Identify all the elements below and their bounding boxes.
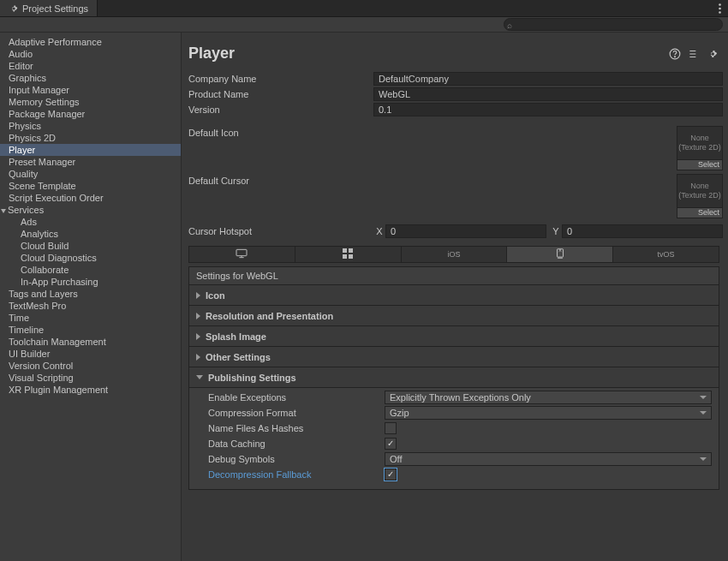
sidebar-item-physics-2d[interactable]: Physics 2D <box>0 132 181 144</box>
decompression-fallback-checkbox[interactable] <box>385 468 397 480</box>
platform-tab-tvos[interactable]: tvOS <box>612 246 719 263</box>
sidebar-item-scene-template[interactable]: Scene Template <box>0 180 181 192</box>
sidebar-item-script-execution-order[interactable]: Script Execution Order <box>0 192 181 204</box>
setting-row-debug-symbols: Debug SymbolsOff <box>189 451 719 467</box>
dropdown-value: Gzip <box>390 408 409 418</box>
sidebar-item-physics[interactable]: Physics <box>0 120 181 132</box>
platform-tab-webgl[interactable] <box>506 246 612 263</box>
foldout-publishing-settings[interactable]: Publishing Settings <box>189 367 719 387</box>
sidebar-item-textmesh-pro[interactable]: TextMesh Pro <box>0 300 181 312</box>
help-icon[interactable] <box>668 47 682 61</box>
platform-tab-label: iOS <box>447 250 460 259</box>
sidebar-item-version-control[interactable]: Version Control <box>0 360 181 372</box>
sidebar-item-label: Package Manager <box>9 109 85 119</box>
sidebar-item-label: Version Control <box>9 361 73 371</box>
preset-icon[interactable] <box>687 47 701 61</box>
default-cursor-select-button[interactable]: Select <box>677 208 723 218</box>
cursor-hotspot-x-input[interactable] <box>385 224 546 238</box>
setting-row-name-files-as-hashes: Name Files As Hashes <box>189 421 719 436</box>
default-cursor-slot[interactable]: None (Texture 2D) <box>677 174 723 208</box>
svg-rect-8 <box>343 254 347 259</box>
platform-tab-standalone[interactable] <box>188 246 295 263</box>
product-name-input[interactable] <box>373 87 723 101</box>
dropdown-value: Explicitly Thrown Exceptions Only <box>390 392 531 403</box>
name-files-as-hashes-checkbox[interactable] <box>385 422 397 434</box>
platform-tab-label: tvOS <box>658 250 675 259</box>
sidebar-item-collaborate[interactable]: Collaborate <box>0 264 181 276</box>
setting-label: Data Caching <box>208 439 385 449</box>
chevron-right-icon <box>196 313 200 319</box>
sidebar-item-ads[interactable]: Ads <box>0 216 181 228</box>
sidebar-item-label: Quality <box>9 169 38 179</box>
default-cursor-label: Default Cursor <box>188 174 373 218</box>
debug-symbols-dropdown[interactable]: Off <box>385 452 712 466</box>
chevron-right-icon <box>196 333 200 340</box>
default-icon-select-button[interactable]: Select <box>677 160 723 170</box>
enable-exceptions-dropdown[interactable]: Explicitly Thrown Exceptions Only <box>385 391 712 404</box>
sidebar-item-editor[interactable]: Editor <box>0 60 181 72</box>
search-input[interactable] <box>504 18 723 31</box>
standalone-icon <box>235 248 248 260</box>
foldout-label: Splash Image <box>206 331 266 342</box>
sidebar-item-toolchain-management[interactable]: Toolchain Management <box>0 336 181 348</box>
chevron-down-icon <box>196 375 203 379</box>
sidebar-item-label: Analytics <box>21 229 58 239</box>
sidebar-item-package-manager[interactable]: Package Manager <box>0 108 181 120</box>
sidebar-item-label: Visual Scripting <box>9 373 74 383</box>
svg-rect-9 <box>349 254 353 259</box>
sidebar-item-graphics[interactable]: Graphics <box>0 72 181 84</box>
window-menu-button[interactable] <box>711 0 728 17</box>
foldout-other-settings[interactable]: Other Settings <box>189 346 719 367</box>
sidebar-item-analytics[interactable]: Analytics <box>0 228 181 240</box>
data-caching-checkbox[interactable] <box>385 438 397 450</box>
window-tab[interactable]: Project Settings <box>0 0 98 16</box>
sidebar-item-adaptive-performance[interactable]: Adaptive Performance <box>0 36 181 48</box>
setting-row-enable-exceptions: Enable ExceptionsExplicitly Thrown Excep… <box>189 390 719 405</box>
foldout-resolution-and-presentation[interactable]: Resolution and Presentation <box>189 305 719 325</box>
svg-rect-5 <box>236 249 247 255</box>
platform-tab-uwp[interactable] <box>295 246 401 263</box>
default-icon-slot[interactable]: None (Texture 2D) <box>677 126 723 160</box>
foldout-label: Publishing Settings <box>208 373 296 383</box>
sidebar-item-visual-scripting[interactable]: Visual Scripting <box>0 372 181 384</box>
sidebar-item-cloud-diagnostics[interactable]: Cloud Diagnostics <box>0 252 181 264</box>
foldout-icon[interactable]: Icon <box>189 284 719 305</box>
cursor-hotspot-y-input[interactable] <box>562 224 723 238</box>
sidebar-item-label: Time <box>9 313 29 323</box>
sidebar-item-preset-manager[interactable]: Preset Manager <box>0 156 181 168</box>
company-name-input[interactable] <box>373 72 723 86</box>
sidebar-item-audio[interactable]: Audio <box>0 48 181 60</box>
sidebar-item-xr-plugin-management[interactable]: XR Plugin Management <box>0 384 181 396</box>
version-input[interactable] <box>373 103 723 116</box>
platform-settings-box: Settings for WebGL IconResolution and Pr… <box>188 266 719 490</box>
x-label: X <box>373 226 385 236</box>
setting-label: Compression Format <box>208 408 385 418</box>
sidebar-item-time[interactable]: Time <box>0 312 181 324</box>
sidebar-item-ui-builder[interactable]: UI Builder <box>0 348 181 360</box>
sidebar-item-tags-and-layers[interactable]: Tags and Layers <box>0 288 181 300</box>
sidebar-item-timeline[interactable]: Timeline <box>0 324 181 336</box>
svg-rect-6 <box>343 248 347 253</box>
sidebar-item-player[interactable]: Player <box>0 144 181 156</box>
version-label: Version <box>188 104 373 115</box>
settings-gear-icon[interactable] <box>706 47 719 61</box>
company-name-label: Company Name <box>188 74 373 84</box>
sidebar-item-cloud-build[interactable]: Cloud Build <box>0 240 181 252</box>
sidebar-item-label: Toolchain Management <box>9 337 106 347</box>
content: Player Company Name <box>182 33 728 561</box>
sidebar-item-quality[interactable]: Quality <box>0 168 181 180</box>
sidebar-item-label: Adaptive Performance <box>9 37 102 47</box>
sidebar-item-in-app-purchasing[interactable]: In-App Purchasing <box>0 276 181 288</box>
foldout-splash-image[interactable]: Splash Image <box>189 325 719 346</box>
sidebar-item-input-manager[interactable]: Input Manager <box>0 84 181 96</box>
setting-label: Debug Symbols <box>208 454 385 464</box>
cursor-hotspot-label: Cursor Hotspot <box>188 226 373 236</box>
sidebar-item-services[interactable]: Services <box>0 204 181 216</box>
chevron-right-icon <box>196 354 200 361</box>
platform-tab-ios[interactable]: iOS <box>401 246 507 263</box>
sidebar-item-label: Input Manager <box>9 85 69 95</box>
sidebar-item-label: Cloud Diagnostics <box>21 253 97 263</box>
page-title: Player <box>188 45 668 63</box>
compression-format-dropdown[interactable]: Gzip <box>385 406 712 420</box>
sidebar-item-memory-settings[interactable]: Memory Settings <box>0 96 181 108</box>
